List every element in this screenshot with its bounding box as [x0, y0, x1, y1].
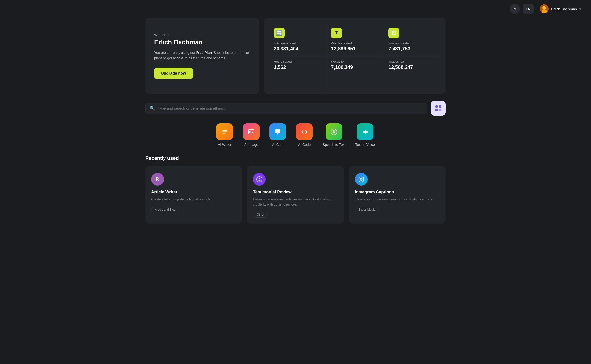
article-writer-card-title: Article Writer: [151, 190, 236, 195]
features-row: AI Writer AI Image AI Chat: [145, 123, 446, 147]
stat-images-left-label: Images left: [388, 60, 436, 63]
recently-used-section: Recently used Article Writer Create a fu…: [145, 155, 446, 224]
welcome-text: You are currently using our Free Plan. S…: [154, 50, 250, 61]
ai-writer-icon: [216, 123, 233, 140]
svg-rect-4: [439, 105, 441, 108]
svg-rect-8: [222, 132, 227, 132]
stat-images-left: Images left 12,568,247: [383, 56, 441, 88]
stats-card: 🔄 Total generated 20,331,404 T Words cre…: [264, 18, 446, 94]
article-writer-card-icon: [151, 173, 164, 186]
sun-icon: ☀: [513, 6, 517, 12]
top-row: Welcome Erlich Bachman You are currently…: [145, 18, 446, 94]
svg-point-23: [362, 177, 363, 178]
article-writer-card-desc: Create a fully complete high quality art…: [151, 197, 236, 202]
welcome-text-before: You are currently using our: [154, 51, 196, 55]
avatar: [540, 4, 549, 13]
welcome-label: Welcome: [154, 33, 250, 37]
ai-writer-label: AI Writer: [218, 143, 231, 147]
ai-image-icon: [243, 123, 260, 140]
instagram-captions-card-desc: Elevate your Instagram game with captiva…: [355, 197, 440, 202]
feature-ai-writer[interactable]: AI Writer: [216, 123, 233, 147]
stat-hours-saved: Hours saved 1,562: [269, 56, 326, 88]
upgrade-now-button[interactable]: Upgrade now: [154, 68, 193, 79]
text-to-voice-label: Text to Voice: [355, 143, 375, 147]
svg-point-22: [360, 178, 362, 181]
main-content: Welcome Erlich Bachman You are currently…: [135, 18, 456, 233]
ai-chat-label: AI Chat: [272, 143, 284, 147]
feature-ai-chat[interactable]: AI Chat: [269, 123, 286, 147]
chevron-down-icon: ▾: [579, 7, 581, 11]
testimonial-review-card-tag: Other: [253, 212, 268, 218]
svg-rect-5: [435, 109, 438, 111]
grid-icon: [435, 105, 442, 112]
svg-point-1: [542, 6, 546, 10]
recently-used-title: Recently used: [145, 155, 446, 161]
instagram-captions-card[interactable]: Instagram Captions Elevate your Instagra…: [349, 166, 446, 224]
instagram-captions-card-icon: [355, 173, 368, 186]
welcome-name: Erlich Bachman: [154, 38, 250, 46]
svg-rect-7: [222, 130, 227, 131]
stat-images-left-value: 12,568,247: [388, 64, 436, 70]
welcome-bold: Free Plan: [196, 51, 212, 55]
language-selector-button[interactable]: EN: [523, 4, 534, 14]
topnav: ☀ EN Erlich Bachman ▾: [0, 0, 591, 18]
feature-ai-code[interactable]: AI Code: [296, 123, 313, 147]
ai-code-label: AI Code: [298, 143, 311, 147]
article-writer-card-tag: Article and Blog: [151, 207, 179, 212]
stat-images-icon: 🖼: [388, 28, 399, 38]
recently-used-cards: Article Writer Create a fully complete h…: [145, 166, 446, 224]
feature-speech-to-text[interactable]: Speech to Text: [323, 123, 345, 147]
instagram-captions-card-title: Instagram Captions: [355, 190, 440, 195]
svg-rect-3: [435, 105, 438, 108]
article-writer-card[interactable]: Article Writer Create a fully complete h…: [145, 166, 242, 224]
search-input[interactable]: [145, 103, 427, 114]
stat-images-created-label: Images created: [388, 41, 436, 45]
svg-point-2: [542, 9, 547, 13]
testimonial-review-card-title: Testimonial Review: [253, 190, 338, 195]
testimonial-review-card[interactable]: Testimonial Review Instantly generate au…: [247, 166, 344, 224]
grid-view-button[interactable]: [431, 101, 446, 116]
search-row: 🔍: [145, 101, 446, 116]
stat-total-value: 20,331,404: [274, 46, 321, 52]
instagram-captions-card-tag: Social Media: [355, 207, 379, 212]
ai-code-icon: [296, 123, 313, 140]
svg-rect-9: [222, 133, 225, 134]
testimonial-review-card-icon: [253, 173, 266, 186]
search-input-wrap: 🔍: [145, 103, 427, 114]
stat-images-created: 🖼 Images created 7,431,753: [383, 24, 441, 56]
theme-toggle-button[interactable]: ☀: [510, 4, 520, 14]
stat-images-created-value: 7,431,753: [388, 46, 436, 52]
stat-words-created: T Words created 12,899,651: [326, 24, 383, 56]
text-to-voice-icon: [357, 123, 373, 140]
ai-image-label: AI Image: [244, 143, 258, 147]
stat-words-left-value: 7,100,349: [331, 64, 378, 70]
stat-words-icon: T: [331, 28, 342, 38]
user-menu[interactable]: Erlich Bachman ▾: [540, 4, 581, 13]
stat-hours-label: Hours saved: [274, 60, 321, 63]
username-label: Erlich Bachman: [551, 7, 577, 11]
svg-point-18: [259, 178, 260, 179]
svg-rect-6: [439, 109, 441, 111]
search-icon: 🔍: [150, 106, 155, 111]
svg-point-19: [258, 178, 258, 178]
svg-rect-10: [248, 130, 254, 134]
speech-to-text-icon: [326, 123, 342, 140]
stat-refresh-icon: 🔄: [274, 28, 285, 38]
nav-divider: [537, 5, 537, 12]
stat-words-left: Words left 7,100,349: [326, 56, 383, 88]
feature-ai-image[interactable]: AI Image: [243, 123, 260, 147]
stat-total-generated: 🔄 Total generated 20,331,404: [269, 24, 326, 56]
svg-marker-16: [363, 130, 366, 134]
stat-words-created-value: 12,899,651: [331, 46, 378, 52]
ai-chat-icon: [269, 123, 286, 140]
speech-to-text-label: Speech to Text: [323, 143, 345, 147]
stat-total-label: Total generated: [274, 41, 321, 45]
stat-words-created-label: Words created: [331, 41, 378, 45]
stat-hours-value: 1,562: [274, 64, 321, 70]
svg-point-20: [261, 178, 261, 178]
welcome-card: Welcome Erlich Bachman You are currently…: [145, 18, 259, 94]
feature-text-to-voice[interactable]: Text to Voice: [355, 123, 375, 147]
stat-words-left-label: Words left: [331, 60, 378, 63]
testimonial-review-card-desc: Instantly generate authentic testimonial…: [253, 197, 338, 207]
